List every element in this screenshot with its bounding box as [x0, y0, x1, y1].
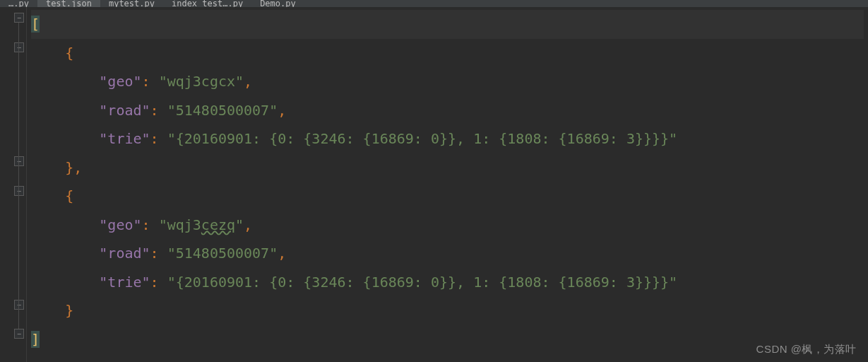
colon: :	[150, 274, 167, 291]
gutter: − − − − − −	[0, 7, 27, 362]
fold-icon[interactable]: −	[14, 13, 24, 23]
bracket-open: [	[31, 16, 40, 33]
bracket-close: ]	[31, 331, 40, 348]
fold-icon[interactable]: −	[14, 329, 24, 339]
colon: :	[142, 73, 159, 90]
json-string: "51480500007"	[167, 245, 278, 262]
json-string: "	[235, 216, 244, 233]
code-line: }	[31, 296, 864, 325]
colon: :	[150, 130, 167, 147]
code-editor[interactable]: − − − − − − [ { "geo": "wqj3cgcx", "road…	[0, 7, 868, 362]
code-line: "road": "51480500007",	[31, 239, 864, 268]
code-line: [	[31, 10, 864, 39]
json-string: "51480500007"	[167, 102, 278, 119]
fold-icon[interactable]: −	[14, 300, 24, 310]
tab-file-4[interactable]: index_test….py	[163, 0, 251, 7]
code-line: "geo": "wqj3cezq",	[31, 211, 864, 240]
colon: :	[142, 216, 159, 233]
fold-icon[interactable]: −	[14, 42, 24, 52]
json-string: "wqj3	[159, 216, 201, 233]
json-string: "{20160901: {0: {3246: {16869: 0}}, 1: {…	[167, 130, 677, 147]
tab-file-1[interactable]: ….py	[0, 0, 37, 7]
comma: ,	[244, 73, 252, 90]
json-string: "wqj3cgcx"	[159, 73, 244, 90]
json-string-typo: cezq	[201, 216, 235, 233]
code-line: },	[31, 153, 864, 182]
code-line: "trie": "{20160901: {0: {3246: {16869: 0…	[31, 124, 864, 153]
comma: ,	[278, 102, 286, 119]
json-key: "trie"	[99, 274, 150, 291]
brace-close: },	[65, 159, 82, 176]
code-line: ]	[31, 325, 864, 354]
code-line: "road": "51480500007",	[31, 96, 864, 125]
code-line: "geo": "wqj3cgcx",	[31, 67, 864, 96]
code-line: {	[31, 182, 864, 211]
fold-icon[interactable]: −	[14, 186, 24, 196]
code-line: {	[31, 39, 864, 68]
json-key: "trie"	[99, 130, 150, 147]
json-key: "geo"	[99, 73, 141, 90]
code-line: "trie": "{20160901: {0: {3246: {16869: 0…	[31, 268, 864, 297]
colon: :	[150, 245, 167, 262]
comma: ,	[278, 245, 286, 262]
code-area[interactable]: [ { "geo": "wqj3cgcx", "road": "51480500…	[27, 7, 868, 362]
fold-guide	[18, 23, 19, 329]
tab-file-5[interactable]: Demo.py	[251, 0, 304, 7]
colon: :	[150, 102, 167, 119]
comma: ,	[244, 216, 252, 233]
tab-file-3[interactable]: mytest.py	[100, 0, 163, 7]
brace-open: {	[65, 45, 73, 62]
json-key: "road"	[99, 245, 150, 262]
watermark: CSDN @枫，为落叶	[756, 343, 857, 356]
tab-file-active[interactable]: test.json	[37, 0, 100, 7]
json-key: "geo"	[99, 216, 141, 233]
fold-icon[interactable]: −	[14, 156, 24, 166]
tab-bar: ….py test.json mytest.py index_test….py …	[0, 0, 868, 7]
brace-close: }	[65, 302, 73, 319]
json-string: "{20160901: {0: {3246: {16869: 0}}, 1: {…	[167, 274, 677, 291]
json-key: "road"	[99, 102, 150, 119]
brace-open: {	[65, 187, 73, 204]
